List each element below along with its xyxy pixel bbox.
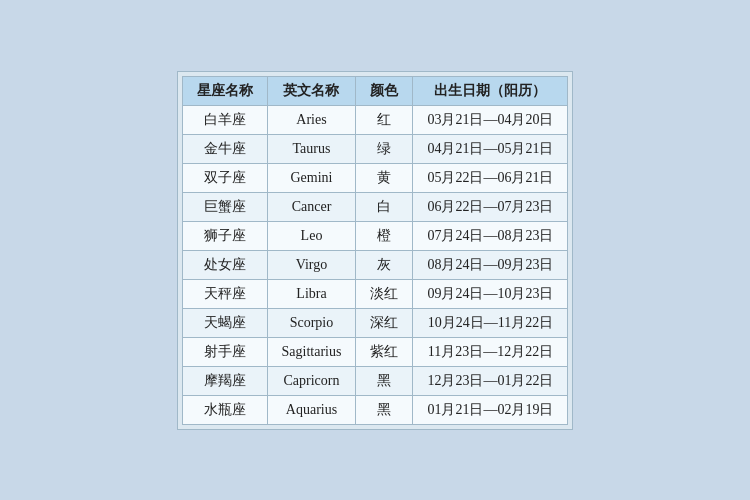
- cell-zh: 巨蟹座: [182, 192, 267, 221]
- cell-color: 红: [356, 105, 413, 134]
- cell-en: Cancer: [267, 192, 356, 221]
- cell-en: Taurus: [267, 134, 356, 163]
- header-zh: 星座名称: [182, 76, 267, 105]
- table-row: 狮子座Leo橙07月24日—08月23日: [182, 221, 568, 250]
- table-row: 处女座Virgo灰08月24日—09月23日: [182, 250, 568, 279]
- cell-en: Aquarius: [267, 395, 356, 424]
- cell-en: Gemini: [267, 163, 356, 192]
- table-row: 摩羯座Capricorn黑12月23日—01月22日: [182, 366, 568, 395]
- cell-color: 灰: [356, 250, 413, 279]
- cell-en: Scorpio: [267, 308, 356, 337]
- cell-en: Libra: [267, 279, 356, 308]
- header-date: 出生日期（阳历）: [413, 76, 568, 105]
- cell-color: 深红: [356, 308, 413, 337]
- cell-date: 04月21日—05月21日: [413, 134, 568, 163]
- cell-color: 淡红: [356, 279, 413, 308]
- cell-date: 11月23日—12月22日: [413, 337, 568, 366]
- cell-date: 07月24日—08月23日: [413, 221, 568, 250]
- table-row: 金牛座Taurus绿04月21日—05月21日: [182, 134, 568, 163]
- cell-color: 黑: [356, 366, 413, 395]
- header-en: 英文名称: [267, 76, 356, 105]
- cell-en: Aries: [267, 105, 356, 134]
- cell-date: 12月23日—01月22日: [413, 366, 568, 395]
- cell-zh: 射手座: [182, 337, 267, 366]
- cell-color: 白: [356, 192, 413, 221]
- cell-zh: 天秤座: [182, 279, 267, 308]
- cell-en: Virgo: [267, 250, 356, 279]
- cell-zh: 狮子座: [182, 221, 267, 250]
- zodiac-table: 星座名称 英文名称 颜色 出生日期（阳历） 白羊座Aries红03月21日—04…: [182, 76, 569, 425]
- cell-zh: 双子座: [182, 163, 267, 192]
- cell-color: 黑: [356, 395, 413, 424]
- cell-date: 05月22日—06月21日: [413, 163, 568, 192]
- cell-color: 橙: [356, 221, 413, 250]
- cell-date: 06月22日—07月23日: [413, 192, 568, 221]
- cell-zh: 摩羯座: [182, 366, 267, 395]
- cell-en: Leo: [267, 221, 356, 250]
- cell-date: 08月24日—09月23日: [413, 250, 568, 279]
- table-row: 水瓶座Aquarius黑01月21日—02月19日: [182, 395, 568, 424]
- zodiac-table-container: 星座名称 英文名称 颜色 出生日期（阳历） 白羊座Aries红03月21日—04…: [177, 71, 574, 430]
- cell-color: 黄: [356, 163, 413, 192]
- cell-date: 09月24日—10月23日: [413, 279, 568, 308]
- cell-en: Capricorn: [267, 366, 356, 395]
- cell-color: 紫红: [356, 337, 413, 366]
- cell-zh: 白羊座: [182, 105, 267, 134]
- header-color: 颜色: [356, 76, 413, 105]
- cell-en: Sagittarius: [267, 337, 356, 366]
- table-row: 射手座Sagittarius紫红11月23日—12月22日: [182, 337, 568, 366]
- cell-zh: 金牛座: [182, 134, 267, 163]
- cell-zh: 天蝎座: [182, 308, 267, 337]
- cell-color: 绿: [356, 134, 413, 163]
- cell-zh: 处女座: [182, 250, 267, 279]
- table-row: 双子座Gemini黄05月22日—06月21日: [182, 163, 568, 192]
- table-row: 天秤座Libra淡红09月24日—10月23日: [182, 279, 568, 308]
- table-row: 巨蟹座Cancer白06月22日—07月23日: [182, 192, 568, 221]
- cell-zh: 水瓶座: [182, 395, 267, 424]
- cell-date: 10月24日—11月22日: [413, 308, 568, 337]
- table-header-row: 星座名称 英文名称 颜色 出生日期（阳历）: [182, 76, 568, 105]
- table-row: 天蝎座Scorpio深红10月24日—11月22日: [182, 308, 568, 337]
- table-body: 白羊座Aries红03月21日—04月20日金牛座Taurus绿04月21日—0…: [182, 105, 568, 424]
- table-row: 白羊座Aries红03月21日—04月20日: [182, 105, 568, 134]
- cell-date: 01月21日—02月19日: [413, 395, 568, 424]
- cell-date: 03月21日—04月20日: [413, 105, 568, 134]
